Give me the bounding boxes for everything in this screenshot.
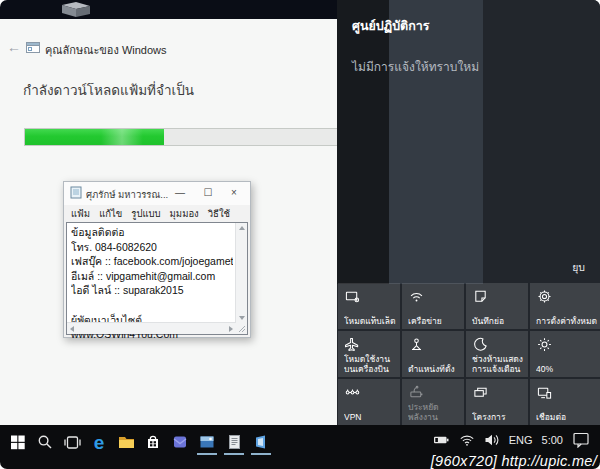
task-view-button[interactable] (60, 428, 84, 456)
windows-features-icon (26, 41, 40, 54)
battery-icon[interactable] (433, 432, 450, 448)
volume-icon[interactable] (484, 432, 500, 448)
quick-action-tablet-mode[interactable]: โหมดแท็บเล็ต (338, 283, 400, 329)
quick-action-vpn[interactable]: VPN (338, 379, 400, 425)
windows-features-app-button[interactable] (249, 428, 273, 456)
brightness-sun-icon (537, 337, 552, 352)
taskbar-apps: e (6, 428, 273, 456)
cube-icon (56, 2, 94, 18)
file-explorer-button[interactable] (114, 428, 138, 456)
quick-action-label: 40% (536, 364, 598, 374)
notepad-app-button[interactable] (222, 428, 246, 456)
resize-grip[interactable] (236, 323, 247, 334)
connect-icon (537, 385, 552, 400)
text-line: โทร. 084-6082620 (71, 240, 233, 255)
quick-action-label: เชื่อมต่อ (536, 412, 598, 422)
no-notifications-text: ไม่มีการแจ้งให้ทราบใหม่ (352, 57, 479, 76)
vertical-scrollbar[interactable] (235, 223, 247, 323)
notepad-text-area[interactable]: ข้อมูลติดต่อ โทร. 084-6082620 เฟสบุ๊ค ::… (66, 222, 248, 335)
clock[interactable]: 5:00 (542, 434, 563, 446)
text-line: อีเมล์ :: vipgamehit@gmail.com (71, 269, 233, 284)
action-center-panel: ศูนย์ปฏิบัติการ ไม่มีการแจ้งให้ทราบใหม่ … (337, 0, 600, 425)
panel-shade (337, 0, 389, 284)
menu-file[interactable]: แฟ้ม (71, 206, 90, 221)
screen: ← คุณลักษณะของ Windows กำลังดาวน์โหลดแฟ้… (0, 0, 600, 469)
edge-button[interactable]: e (87, 428, 111, 456)
mail-app-button[interactable] (168, 428, 192, 456)
panel-highlight (389, 0, 483, 284)
back-arrow-icon[interactable]: ← (7, 39, 21, 55)
wifi-icon[interactable] (459, 432, 475, 448)
horizontal-scrollbar[interactable] (67, 322, 236, 334)
running-indicator (197, 453, 217, 456)
collapse-link[interactable]: ยุบ (572, 259, 585, 276)
menu-view[interactable]: มุมมอง (170, 206, 199, 221)
dialog-title: คุณลักษณะของ Windows (45, 41, 167, 59)
quick-action-label: โหมดใช้งานบนเครื่องบิน (344, 354, 398, 374)
watermark-text: [960x720] http://upic.me/ (431, 453, 597, 469)
store-icon (145, 434, 161, 450)
quick-action-brightness[interactable]: 40% (530, 331, 600, 377)
network-icon (409, 289, 424, 304)
quick-action-note[interactable]: บันทึกย่อ (466, 283, 528, 329)
text-line: เฟสบุ๊ค :: facebook.com/jojoegameth (71, 254, 233, 269)
location-icon (409, 337, 424, 352)
project-icon (473, 385, 488, 400)
quick-action-all-settings[interactable]: การตั้งค่าทั้งหมด (530, 283, 600, 329)
search-button[interactable] (33, 428, 57, 456)
file-explorer-icon (118, 435, 135, 450)
progress-bar-fill (25, 129, 164, 145)
quick-action-label: โหมดแท็บเล็ต (344, 316, 398, 326)
scroll-right-icon[interactable] (229, 326, 233, 332)
menu-format[interactable]: รูปแบบ (131, 206, 160, 221)
quick-action-network[interactable]: เครือข่าย (402, 283, 464, 329)
quick-action-label: VPN (344, 412, 398, 422)
quick-action-label: ช่วงห้ามแสดงการแจ้งเตือน (472, 354, 526, 374)
action-center-title: ศูนย์ปฏิบัติการ (352, 16, 429, 36)
text-line: ข้อมูลติดต่อ (71, 225, 233, 240)
quick-action-project[interactable]: โครงการ (466, 379, 528, 425)
notepad-app-icon (227, 434, 242, 450)
photos-app-button[interactable] (195, 428, 219, 456)
quick-action-location[interactable]: ตำแหน่งที่ตั้ง (402, 331, 464, 377)
start-button[interactable] (6, 428, 30, 456)
tablet-mode-icon (345, 289, 360, 304)
windows-start-icon (10, 434, 26, 450)
quick-actions-grid: โหมดแท็บเล็ต เครือข่าย บันทึกย่อ (338, 283, 600, 425)
running-indicator (251, 453, 271, 456)
scroll-left-icon[interactable] (70, 326, 74, 332)
text-line (71, 298, 233, 313)
quick-action-label: ตำแหน่งที่ตั้ง (408, 364, 462, 374)
language-indicator[interactable]: ENG (509, 434, 533, 446)
quick-action-quiet-hours[interactable]: ช่วงห้ามแสดงการแจ้งเตือน (466, 331, 528, 377)
quick-action-label: โครงการ (472, 412, 526, 422)
minimize-button[interactable]: — (168, 182, 192, 205)
quiet-hours-moon-icon (473, 337, 488, 352)
settings-gear-icon (537, 289, 552, 304)
notepad-titlebar[interactable]: ศุภรักษ์ มหาวรรณ... — ☐ × (64, 182, 250, 205)
close-button[interactable]: × (222, 182, 246, 205)
airplane-icon (345, 337, 360, 352)
menu-edit[interactable]: แก้ไข (99, 206, 122, 221)
battery-saver-icon (409, 385, 424, 400)
note-icon (473, 289, 488, 304)
action-center-tray-icon[interactable] (572, 431, 590, 448)
store-button[interactable] (141, 428, 165, 456)
scroll-down-icon[interactable] (239, 316, 245, 320)
vpn-icon (345, 385, 360, 400)
windows-features-app-icon (253, 434, 269, 450)
system-tray: ENG 5:00 (433, 431, 590, 448)
notepad-menubar: แฟ้ม แก้ไข รูปแบบ มุมมอง วิธีใช้ (64, 205, 250, 222)
text-line: ไอดี ไลน์ :: suparak2015 (71, 283, 233, 298)
menu-help[interactable]: วิธีใช้ (208, 206, 230, 221)
download-status-text: กำลังดาวน์โหลดแฟ้มที่จำเป็น (23, 79, 194, 101)
quick-action-label: การตั้งค่าทั้งหมด (536, 316, 598, 326)
notepad-window: ศุภรักษ์ มหาวรรณ... — ☐ × แฟ้ม แก้ไข รูป… (63, 181, 251, 338)
quick-action-airplane-mode[interactable]: โหมดใช้งานบนเครื่องบิน (338, 331, 400, 377)
scroll-up-icon[interactable] (239, 226, 245, 230)
maximize-button[interactable]: ☐ (196, 182, 220, 205)
quick-action-connect[interactable]: เชื่อมต่อ (530, 379, 600, 425)
quick-action-battery-saver[interactable]: ประหยัดพลังงาน (402, 379, 464, 425)
quick-action-label: ประหยัดพลังงาน (408, 402, 462, 422)
notepad-title: ศุภรักษ์ มหาวรรณ... (86, 187, 181, 202)
